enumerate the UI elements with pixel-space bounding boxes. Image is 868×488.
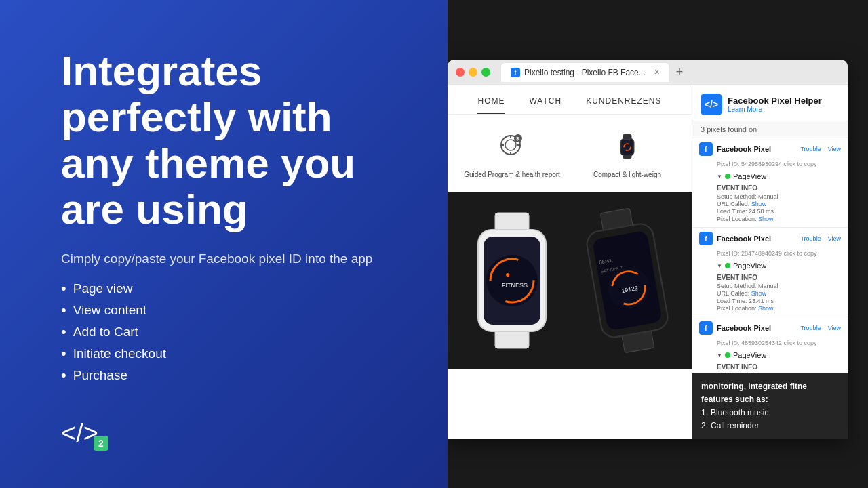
- subtext: Cimply copy/paste your Facebook pixel ID…: [61, 251, 414, 266]
- active-tab[interactable]: f Pixelio testing - Pixelio FB Face... ✕: [501, 63, 669, 82]
- pixel-name-1: Facebook Pixel: [717, 145, 796, 153]
- event-info-title-1: EVENT INFO: [717, 184, 841, 192]
- feature-label-2: Compact & light-weigh: [593, 170, 661, 179]
- fb-pixel-icon: </>: [701, 94, 722, 115]
- pixel-section-1: f Facebook Pixel Trouble View Pixel ID: …: [692, 138, 848, 228]
- browser-content: HOME WATCH KUNDENREZENS: [448, 85, 848, 439]
- trouble-link-1[interactable]: Trouble: [800, 146, 821, 152]
- pixel-helper-info: Facebook Pixel Helper Learn More: [728, 96, 822, 113]
- feature-item-2: Compact & light-weigh: [576, 128, 678, 179]
- view-link-3[interactable]: View: [828, 325, 841, 331]
- show-loc-2[interactable]: Show: [758, 305, 774, 312]
- green-dot-1: [725, 174, 730, 179]
- maximize-button[interactable]: [481, 68, 490, 77]
- website-nav: HOME WATCH KUNDENREZENS: [448, 85, 692, 115]
- event-info-title-2: EVENT INFO: [717, 274, 841, 281]
- learn-more-link[interactable]: Learn More: [728, 106, 822, 113]
- nav-watch[interactable]: WATCH: [529, 96, 561, 114]
- tab-title: Pixelio testing - Pixelio FB Face...: [524, 68, 646, 77]
- list-item: View content: [61, 302, 414, 319]
- list-item: Page view: [61, 280, 414, 298]
- feature-list: Page view View content Add to Cart Initi…: [61, 280, 414, 388]
- nav-reviews[interactable]: KUNDENREZENS: [586, 96, 661, 114]
- event-info-2: EVENT INFO Setup Method: Manual URL Call…: [692, 272, 848, 317]
- pixels-found-text: 3 pixels found on: [692, 121, 848, 138]
- nav-home[interactable]: HOME: [477, 96, 505, 114]
- event-info-title-3: EVENT INFO: [717, 363, 841, 371]
- code-icon: </>: [61, 420, 98, 446]
- feature-item-1: $ Guided Program & health report: [461, 128, 563, 179]
- pixel-header-3: f Facebook Pixel Trouble View: [692, 317, 848, 339]
- tab-close-button[interactable]: ✕: [654, 68, 660, 77]
- pageview-row-2: ▼ PageView: [692, 260, 848, 272]
- green-dot-2: [725, 263, 730, 268]
- close-button[interactable]: [456, 68, 465, 77]
- watch-dark-image: 06:41 SAT APR 7 19123: [561, 198, 692, 363]
- fb-icon-2: f: [699, 232, 713, 245]
- pixel-id-2: Pixel ID: 284748940249 click to copy: [692, 249, 848, 260]
- show-link-1[interactable]: Show: [751, 201, 767, 207]
- website-features: $ Guided Program & health report: [448, 115, 692, 192]
- expand-arrow-3[interactable]: ▼: [717, 352, 722, 359]
- pixel-helper-panel: </> Facebook Pixel Helper Learn More 3 p…: [692, 85, 848, 439]
- list-item: Initiate checkout: [61, 345, 414, 363]
- pageview-label-2: PageView: [733, 262, 766, 270]
- pixel-header-1: f Facebook Pixel Trouble View: [692, 138, 848, 160]
- code-badge: </> 2: [61, 413, 108, 453]
- pixel-helper-header: </> Facebook Pixel Helper Learn More: [692, 85, 848, 121]
- headline: Integrates perfectly with any theme you …: [61, 48, 414, 233]
- new-tab-button[interactable]: +: [672, 65, 688, 79]
- svg-point-1: [505, 140, 516, 150]
- url-called-2: URL Called: Show: [717, 290, 841, 297]
- view-link-1[interactable]: View: [828, 146, 841, 152]
- pixel-header-2: f Facebook Pixel Trouble View: [692, 228, 848, 249]
- overlay-title: monitoring, integrated fitne features su…: [701, 380, 838, 406]
- setup-method-1: Setup Method: Manual: [717, 193, 841, 200]
- pixel-location-1: Pixel Location: Show: [717, 216, 841, 222]
- url-called-1: URL Called: Show: [717, 201, 841, 207]
- load-time-1: Load Time: 24.58 ms: [717, 208, 841, 215]
- pageview-row-1: ▼ PageView: [692, 170, 848, 182]
- watch-white-image: ● FITNESS: [458, 206, 566, 355]
- pixel-location-2: Pixel Location: Show: [717, 305, 841, 312]
- bottom-overlay: monitoring, integrated fitne features su…: [692, 373, 848, 439]
- pageview-row-3: ▼ PageView: [692, 349, 848, 361]
- feature-label-1: Guided Program & health report: [464, 170, 560, 179]
- minimize-button[interactable]: [469, 68, 477, 77]
- show-link-2[interactable]: Show: [751, 290, 767, 297]
- overlay-list: Bluetooth music Call reminder: [701, 407, 838, 432]
- tab-favicon: f: [511, 68, 520, 77]
- svg-text:$: $: [516, 136, 519, 142]
- right-panel: f Pixelio testing - Pixelio FB Face... ✕…: [448, 0, 868, 488]
- green-dot-3: [725, 352, 730, 358]
- setup-method-2: Setup Method: Manual: [717, 283, 841, 289]
- pixel-helper-title: Facebook Pixel Helper: [728, 96, 822, 106]
- product-area: ● FITNESS 06:41 SAT APR 7: [448, 192, 692, 369]
- list-item: Purchase: [61, 367, 414, 384]
- view-link-2[interactable]: View: [828, 235, 841, 242]
- pixel-name-2: Facebook Pixel: [717, 235, 796, 243]
- website-panel: HOME WATCH KUNDENREZENS: [448, 85, 692, 439]
- tab-bar: f Pixelio testing - Pixelio FB Face... ✕…: [501, 63, 840, 82]
- browser-window: f Pixelio testing - Pixelio FB Face... ✕…: [448, 60, 848, 439]
- overlay-item-2: Call reminder: [701, 420, 838, 432]
- trouble-link-2[interactable]: Trouble: [800, 235, 821, 242]
- badge-number: 2: [94, 436, 108, 451]
- browser-chrome: f Pixelio testing - Pixelio FB Face... ✕…: [448, 60, 848, 85]
- pixel-section-2: f Facebook Pixel Trouble View Pixel ID: …: [692, 228, 848, 317]
- event-info-1: EVENT INFO Setup Method: Manual URL Call…: [692, 182, 848, 227]
- pageview-label-3: PageView: [733, 351, 766, 359]
- show-loc-1[interactable]: Show: [758, 216, 774, 222]
- pixel-section-3: f Facebook Pixel Trouble View Pixel ID: …: [692, 317, 848, 377]
- expand-arrow-2[interactable]: ▼: [717, 263, 722, 269]
- svg-point-18: [486, 255, 538, 306]
- fb-icon-3: f: [699, 321, 713, 335]
- pixel-id-1: Pixel ID: 542958930294 click to copy: [692, 160, 848, 170]
- trouble-link-3[interactable]: Trouble: [800, 325, 821, 331]
- fb-icon-1: f: [699, 142, 713, 156]
- svg-text:●: ●: [505, 270, 510, 279]
- expand-arrow-1[interactable]: ▼: [717, 174, 722, 180]
- pixel-name-3: Facebook Pixel: [717, 324, 796, 332]
- watch-images: ● FITNESS 06:41 SAT APR 7: [448, 192, 692, 369]
- left-panel: Integrates perfectly with any theme you …: [0, 0, 448, 488]
